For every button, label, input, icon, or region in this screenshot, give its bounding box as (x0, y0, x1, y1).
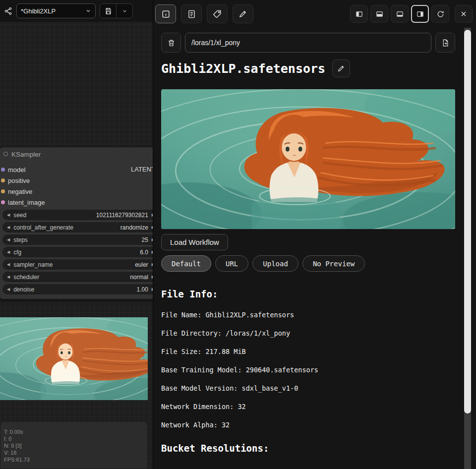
dock-bottom-small-icon (396, 10, 404, 18)
file-info-row: File Directory: /loras/1/xl_pony (161, 329, 318, 337)
ksampler-node[interactable]: KSampler LATENT model positive negative … (0, 147, 153, 299)
stat-line: V: 18 (4, 449, 30, 456)
close-icon (460, 10, 468, 18)
increment-icon[interactable]: ▶ (152, 263, 153, 267)
increment-icon[interactable]: ▶ (152, 213, 153, 217)
stat-line: FPS:61.73 (4, 456, 30, 463)
trash-icon (167, 39, 176, 47)
node-header[interactable]: KSampler (0, 147, 153, 161)
decrement-icon[interactable]: ◀ (7, 275, 10, 279)
workflow-select[interactable]: *Ghibli2XLP (16, 3, 96, 18)
stat-line: I: 0 (4, 435, 30, 442)
model-preview-image (161, 89, 455, 229)
dock-right-button[interactable] (411, 5, 429, 23)
node-input-negative[interactable]: negative (0, 186, 153, 197)
increment-icon[interactable]: ▶ (152, 288, 153, 292)
file-info-row: File Name: Ghibli2XLP.safetensors (161, 311, 318, 319)
decrement-icon[interactable]: ◀ (7, 213, 10, 217)
path-bar (161, 33, 455, 53)
decrement-icon[interactable]: ◀ (7, 250, 10, 254)
dock-left-button[interactable] (350, 5, 368, 23)
increment-icon[interactable]: ▶ (152, 226, 153, 230)
tab-tags[interactable] (207, 4, 228, 23)
file-info-list: File Name: Ghibli2XLP.safetensors File D… (161, 311, 318, 439)
node-canvas[interactable]: *Ghibli2XLP KSampler LATENT model (0, 0, 153, 469)
load-workflow-button[interactable]: Load Workflow (161, 234, 228, 250)
input-slot-icon[interactable] (1, 200, 5, 204)
preview-source-options: Default URL Upload No Preview (161, 255, 365, 272)
delete-button[interactable] (161, 33, 181, 53)
node-output-latent[interactable]: LATENT (131, 166, 153, 173)
node-collapse-dot[interactable] (3, 152, 8, 156)
tag-icon (213, 9, 222, 19)
panel-toolbar (153, 3, 476, 25)
input-slot-icon[interactable] (1, 178, 5, 182)
file-info-row: Network Dimension: 32 (161, 403, 318, 410)
file-path-input[interactable] (185, 33, 431, 53)
model-title-row: Ghibli2XLP.safetensors (161, 59, 350, 77)
input-slot-icon[interactable] (1, 189, 5, 193)
dock-bottom-icon (375, 10, 384, 18)
file-info-heading: File Info: (161, 289, 218, 299)
share-icon[interactable] (4, 7, 12, 15)
widget-control-after-generate[interactable]: ◀control_after_generate randomize▶ (2, 222, 153, 233)
widget-steps[interactable]: ◀steps 25▶ (2, 234, 153, 245)
decrement-icon[interactable]: ◀ (7, 238, 10, 242)
widget-scheduler[interactable]: ◀scheduler normal▶ (2, 272, 153, 282)
workflow-toolbar: *Ghibli2XLP (0, 0, 153, 22)
file-info-row: Base Model Version: sdxl_base_v1-0 (161, 384, 318, 392)
widget-cfg[interactable]: ◀cfg 6.0▶ (2, 247, 153, 257)
widget-denoise[interactable]: ◀denoise 1.00▶ (2, 284, 153, 294)
decrement-icon[interactable]: ◀ (7, 226, 10, 230)
preview-option-no-preview[interactable]: No Preview (302, 255, 365, 272)
node-input-latent-image[interactable]: latent_image (0, 197, 153, 208)
file-export-icon (441, 39, 450, 47)
panel-scrollbar[interactable] (464, 28, 471, 469)
workflow-name: *Ghibli2XLP (21, 7, 56, 15)
canvas-preview-image[interactable] (0, 317, 148, 400)
node-body: LATENT model positive negative latent_im… (0, 161, 153, 294)
lora-info-panel: Ghibli2XLP.safetensors Load Workflow Def… (153, 0, 476, 469)
canvas-stats-overlay: T: 0.00s I: 0 N: 9 [3] V: 18 FPS:61.73 (4, 428, 30, 463)
decrement-icon[interactable]: ◀ (7, 288, 10, 292)
info-icon (161, 9, 171, 19)
increment-icon[interactable]: ▶ (152, 250, 153, 254)
save-menu-button[interactable] (117, 4, 132, 18)
pencil-icon (337, 64, 345, 72)
file-info-row: File Size: 217.88 MiB (161, 348, 318, 355)
node-input-positive[interactable]: positive (0, 175, 153, 186)
close-panel-button[interactable] (455, 5, 473, 23)
bucket-resolutions-heading: Bucket Resolutions: (161, 443, 269, 454)
input-slot-icon[interactable] (1, 168, 5, 172)
preview-option-default[interactable]: Default (161, 255, 211, 272)
tab-description[interactable] (181, 4, 202, 23)
rename-button[interactable] (332, 59, 350, 77)
save-icon (105, 7, 112, 15)
pencil-icon (238, 9, 247, 18)
tab-info[interactable] (155, 4, 176, 23)
preview-option-url[interactable]: URL (215, 255, 248, 272)
preview-option-upload[interactable]: Upload (252, 255, 298, 272)
tab-edit[interactable] (233, 4, 253, 23)
widget-sampler-name[interactable]: ◀sampler_name euler▶ (2, 259, 153, 270)
refresh-button[interactable] (431, 5, 449, 23)
scrollbar-thumb[interactable] (464, 30, 471, 413)
widget-seed[interactable]: ◀seed 1021116279302821▶ (2, 210, 153, 220)
refresh-icon (436, 10, 445, 18)
document-icon (187, 9, 196, 19)
node-widgets: ◀seed 1021116279302821▶ ◀control_after_g… (0, 210, 153, 294)
panel-position-controls (350, 5, 473, 23)
node-input-model[interactable]: model (0, 164, 153, 175)
chevron-down-icon (85, 8, 91, 14)
save-split-button (100, 3, 133, 18)
increment-icon[interactable]: ▶ (152, 238, 153, 242)
model-title: Ghibli2XLP.safetensors (161, 61, 325, 76)
stat-line: T: 0.00s (4, 428, 30, 435)
node-title: KSampler (11, 151, 41, 158)
dock-bottom-button[interactable] (370, 5, 388, 23)
increment-icon[interactable]: ▶ (152, 275, 153, 279)
decrement-icon[interactable]: ◀ (7, 263, 10, 267)
open-file-button[interactable] (435, 33, 455, 53)
dock-bottom-small-button[interactable] (391, 5, 409, 23)
save-button[interactable] (100, 4, 116, 18)
